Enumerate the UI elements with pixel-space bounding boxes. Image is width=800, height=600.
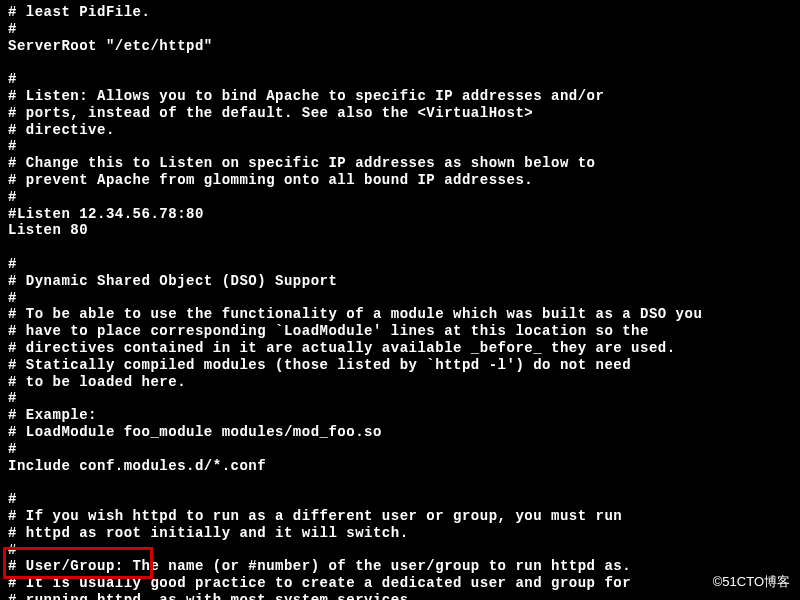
terminal-output: # least PidFile.#ServerRoot "/etc/httpd"…: [8, 4, 792, 600]
terminal-line: # least PidFile.: [8, 4, 792, 21]
terminal-line: #: [8, 189, 792, 206]
terminal-line: # directives contained in it are actuall…: [8, 340, 792, 357]
terminal-line: #: [8, 441, 792, 458]
terminal-line: # ports, instead of the default. See als…: [8, 105, 792, 122]
terminal-line: # It is usually good practice to create …: [8, 575, 792, 592]
terminal-line: #: [8, 542, 792, 559]
terminal-line: # User/Group: The name (or #number) of t…: [8, 558, 792, 575]
terminal-line: # httpd as root initially and it will sw…: [8, 525, 792, 542]
terminal-line: # LoadModule foo_module modules/mod_foo.…: [8, 424, 792, 441]
terminal-line: # have to place corresponding `LoadModul…: [8, 323, 792, 340]
terminal-line: ServerRoot "/etc/httpd": [8, 38, 792, 55]
terminal-line: [8, 474, 792, 491]
terminal-line: # prevent Apache from glomming onto all …: [8, 172, 792, 189]
terminal-line: # running httpd, as with most system ser…: [8, 592, 792, 600]
terminal-line: #Listen 12.34.56.78:80: [8, 206, 792, 223]
terminal-line: # Listen: Allows you to bind Apache to s…: [8, 88, 792, 105]
terminal-line: Include conf.modules.d/*.conf: [8, 458, 792, 475]
terminal-line: #: [8, 290, 792, 307]
terminal-line: # If you wish httpd to run as a differen…: [8, 508, 792, 525]
terminal-line: [8, 54, 792, 71]
terminal-line: #: [8, 256, 792, 273]
terminal-line: # directive.: [8, 122, 792, 139]
terminal-line: # to be loaded here.: [8, 374, 792, 391]
terminal-line: #: [8, 491, 792, 508]
terminal-line: # Change this to Listen on specific IP a…: [8, 155, 792, 172]
terminal-line: # Dynamic Shared Object (DSO) Support: [8, 273, 792, 290]
terminal-line: [8, 239, 792, 256]
terminal-line: #: [8, 71, 792, 88]
terminal-line: # To be able to use the functionality of…: [8, 306, 792, 323]
terminal-line: # Statically compiled modules (those lis…: [8, 357, 792, 374]
terminal-line: #: [8, 21, 792, 38]
terminal-line: #: [8, 138, 792, 155]
terminal-line: # Example:: [8, 407, 792, 424]
terminal-line: Listen 80: [8, 222, 792, 239]
watermark-text: ©51CTO博客: [713, 574, 790, 590]
terminal-line: #: [8, 390, 792, 407]
